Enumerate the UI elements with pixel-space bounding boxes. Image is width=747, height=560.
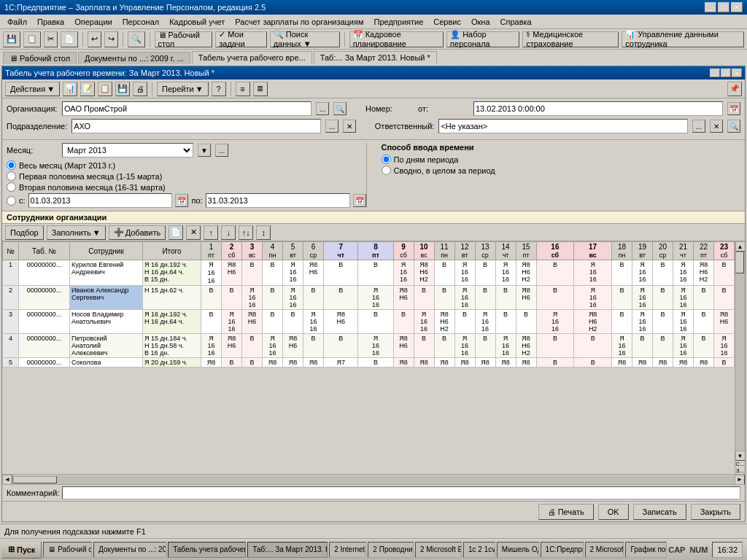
- row1-d4[interactable]: В: [263, 260, 283, 286]
- row3-d20[interactable]: В: [653, 310, 673, 334]
- row4-d1[interactable]: Я1616: [201, 334, 222, 358]
- scroll-thumb[interactable]: [735, 252, 744, 273]
- delete-row-btn[interactable]: ✕: [186, 225, 201, 240]
- menu-operations[interactable]: Операции: [70, 17, 116, 27]
- row3-d11[interactable]: Я8Н6Н2: [434, 310, 454, 334]
- toolbar-paste-btn[interactable]: 📄: [61, 31, 78, 47]
- row2-d10[interactable]: В: [414, 286, 434, 310]
- sort-asc-btn[interactable]: ↑↓: [239, 225, 253, 240]
- row5-d22[interactable]: Я8: [694, 358, 714, 368]
- row1-d5[interactable]: Я1616: [283, 260, 303, 286]
- row1-d6[interactable]: Я8Н6: [303, 260, 324, 286]
- row3-name[interactable]: Носов ВладимирАнатольевич: [70, 310, 143, 334]
- dept-clear-btn[interactable]: ✕: [343, 120, 356, 133]
- doc-close-btn[interactable]: ×: [732, 69, 742, 77]
- row1-tabnum[interactable]: 00000000...: [19, 260, 70, 286]
- move-up-btn[interactable]: ↑: [204, 225, 218, 240]
- row4-d15[interactable]: Я8Н6Н2: [516, 334, 536, 358]
- taskbar-timesheet[interactable]: Табель учета рабочего вре...: [168, 542, 246, 558]
- taskbar-excel[interactable]: 2 Microsoft Ex...: [415, 542, 462, 558]
- toolbar-settings-icon[interactable]: ≣: [253, 82, 268, 96]
- toolbar-icon-4[interactable]: 💾: [115, 82, 130, 96]
- row3-d15[interactable]: В: [516, 310, 536, 334]
- menu-file[interactable]: Файл: [3, 17, 31, 27]
- resp-select-btn[interactable]: ...: [692, 120, 705, 133]
- resp-clear-btn[interactable]: ✕: [710, 120, 723, 133]
- scroll-right-btn[interactable]: ►: [735, 475, 745, 485]
- row2-d11[interactable]: В: [434, 286, 454, 310]
- row4-name[interactable]: ПетровскийАнатолийАлексеевич: [70, 334, 143, 358]
- taskbar-desktop[interactable]: 🖥 Рабочий стол: [43, 542, 92, 558]
- row4-d4[interactable]: Я1616: [263, 334, 283, 358]
- row3-d23[interactable]: Я8Н6: [714, 310, 735, 334]
- row5-d11[interactable]: Я8: [434, 358, 454, 368]
- resp-find-btn[interactable]: 🔍: [727, 120, 740, 133]
- row3-d7[interactable]: Я8Н6: [324, 310, 358, 334]
- row2-d16[interactable]: В: [536, 286, 574, 310]
- row1-d17[interactable]: Я1616: [574, 260, 612, 286]
- tab-timesheet-new[interactable]: Таб:... За Март 2013. Новый *: [314, 51, 437, 64]
- toolbar-search-data-btn[interactable]: 🔍 Поиск данных ▼: [270, 31, 340, 47]
- radio-summary-input[interactable]: [382, 166, 391, 175]
- row3-d19[interactable]: Я1616: [632, 310, 653, 334]
- row2-d2[interactable]: В: [222, 286, 242, 310]
- row1-d14[interactable]: Я1616: [495, 260, 516, 286]
- resp-input[interactable]: [438, 119, 688, 133]
- date-input[interactable]: [473, 101, 723, 116]
- taskbar-1cv8[interactable]: 1с 2 1cv8: [463, 542, 495, 558]
- menu-service[interactable]: Сервис: [429, 17, 465, 27]
- taskbar-docs[interactable]: Документы по ...: 2009 г. ...: [93, 542, 166, 558]
- tab-desktop[interactable]: 🖥 Рабочий стол: [3, 52, 77, 64]
- row2-d14[interactable]: В: [495, 286, 516, 310]
- fill-btn[interactable]: Заполнить ▼: [47, 225, 106, 240]
- comment-input[interactable]: [62, 486, 740, 499]
- goto-btn[interactable]: Перейти ▼: [157, 82, 208, 96]
- row1-d12[interactable]: Я1616: [454, 260, 475, 286]
- toolbar-cut-btn[interactable]: ✂: [44, 31, 58, 47]
- row3-d16[interactable]: Я1616: [536, 310, 574, 334]
- taskbar-mishel[interactable]: Мишель Од...: [497, 542, 539, 558]
- row4-d6[interactable]: В: [303, 334, 324, 358]
- toolbar-hr-planning-btn[interactable]: 📅 Кадровое планирование: [349, 31, 444, 47]
- close-btn[interactable]: Закрыть: [691, 504, 740, 520]
- date-to-pick-btn[interactable]: 📅: [353, 194, 366, 207]
- month-select[interactable]: Март 2013: [62, 143, 193, 158]
- row4-d7[interactable]: В: [324, 334, 358, 358]
- row3-d18[interactable]: В: [612, 310, 632, 334]
- menu-payroll[interactable]: Расчет зарплаты по организациям: [231, 17, 368, 27]
- row1-d20[interactable]: В: [653, 260, 673, 286]
- maximize-btn[interactable]: □: [718, 2, 729, 12]
- toolbar-employee-data-btn[interactable]: 📊 Управление данными сотрудника: [622, 31, 744, 47]
- radio-first-half-input[interactable]: [7, 171, 16, 181]
- toolbar-right-icon[interactable]: 📌: [727, 82, 742, 96]
- dept-input[interactable]: [71, 119, 321, 133]
- taskbar-explorer[interactable]: 2 Проводник ...: [368, 542, 414, 558]
- row4-d20[interactable]: В: [653, 334, 673, 358]
- row1-d13[interactable]: В: [475, 260, 495, 286]
- row1-d19[interactable]: Я1616: [632, 260, 653, 286]
- row5-d8[interactable]: В: [358, 358, 393, 368]
- ok-btn[interactable]: OK: [598, 504, 629, 520]
- row4-d14[interactable]: Я1616: [495, 334, 516, 358]
- row5-tabnum[interactable]: 00000000...: [19, 358, 70, 368]
- row2-d20[interactable]: В: [653, 286, 673, 310]
- row2-d13[interactable]: В: [475, 286, 495, 310]
- row5-d3[interactable]: В: [242, 358, 263, 368]
- close-btn[interactable]: ×: [731, 2, 743, 12]
- toolbar-undo-btn[interactable]: ↩: [88, 31, 101, 47]
- row2-d21[interactable]: Я1616: [673, 286, 694, 310]
- date-to-input[interactable]: [206, 193, 350, 208]
- row2-d23[interactable]: В: [714, 286, 735, 310]
- row1-name[interactable]: Курилов ЕвгенийАндреевич: [70, 260, 143, 286]
- row2-d17[interactable]: Я1616: [574, 286, 612, 310]
- row5-name[interactable]: Соколова: [70, 358, 143, 368]
- toolbar-tasks-btn[interactable]: ✓ Мои задачи: [215, 31, 266, 47]
- toolbar-recruitment-btn[interactable]: 👤 Набор персонала: [446, 31, 519, 47]
- doc-max-btn[interactable]: □: [721, 69, 731, 77]
- row3-tabnum[interactable]: 00000000...: [19, 310, 70, 334]
- date-from-input[interactable]: [28, 193, 173, 208]
- tab-timesheet[interactable]: Табель учета рабочего вре...: [192, 51, 312, 64]
- row5-d5[interactable]: Я8: [283, 358, 303, 368]
- row5-d12[interactable]: Я8: [454, 358, 475, 368]
- org-select-btn[interactable]: ...: [316, 102, 329, 115]
